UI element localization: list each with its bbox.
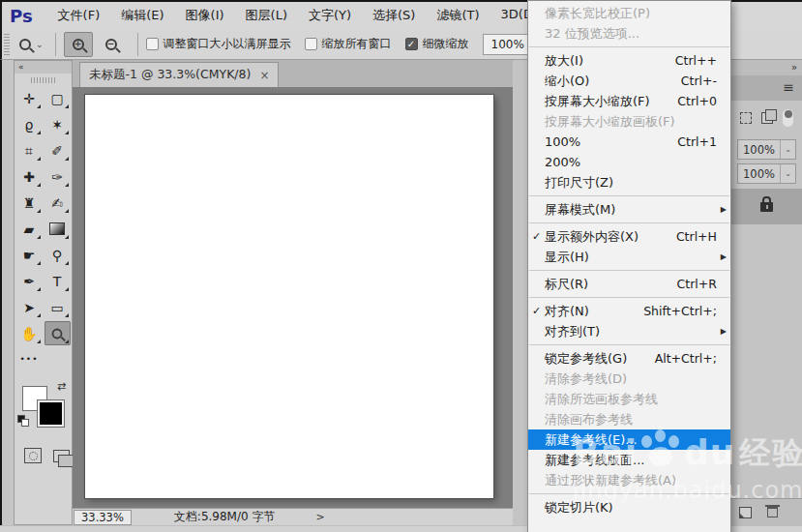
tab-close-icon[interactable]: × [259,69,269,82]
type-tool[interactable]: T [45,269,71,293]
new-layer-icon[interactable] [739,507,752,518]
crop-tool[interactable]: ⌗ [16,138,43,163]
zoom-all-windows-checkbox[interactable]: 缩放所有窗口 [305,36,392,52]
options-bar-grip[interactable] [4,34,10,55]
menubar-item-filter[interactable]: 滤镜(T) [427,3,489,28]
menu-item-screen-mode[interactable]: 屏幕模式(M) ▶ [528,199,730,220]
history-brush-tool[interactable]: ✍ [45,191,71,215]
smudge-tool[interactable]: ☛ [16,243,43,267]
panel-menu-icon[interactable]: ≡ [731,75,802,101]
layers-panel-bottom-bar [731,498,802,525]
menu-item-lock-guides[interactable]: 锁定参考线(G) Alt+Ctrl+; [528,348,730,369]
brush-tool[interactable]: ✑ [45,164,71,189]
checkmark-icon: ✓ [528,306,545,316]
menubar-item-file[interactable]: 文件(F) [48,3,110,28]
path-selection-tool[interactable]: ➤ [16,295,43,319]
quick-mask-button[interactable] [24,448,42,463]
tools-panel-collapse[interactable]: « [15,61,72,74]
menu-item-lock-slices[interactable]: 锁定切片(K) [528,497,730,517]
menu-separator [529,344,729,345]
document-tab[interactable]: 未标题-1 @ 33.3%(CMYK/8) × [79,62,279,87]
more-tools[interactable]: ••• [16,347,43,371]
trash-icon[interactable] [767,507,778,517]
lasso-tool[interactable]: ϱ [16,112,43,136]
menubar-item-image[interactable]: 图像(I) [176,3,234,28]
dodge-tool-icon: ⚲ [52,249,62,262]
menu-item-new-guides-from-shape[interactable]: 通过形状新建参考线(A) [528,470,730,490]
menu-item-zoom-100[interactable]: 100% Ctrl+1 [528,132,730,152]
shape-tool[interactable]: ▭ [45,295,71,319]
chevron-down-icon[interactable]: ⌄ [780,140,795,159]
dock-collapse-icon[interactable]: » [731,60,802,75]
toggle-knob-icon[interactable] [783,109,793,127]
menu-item-snap[interactable]: ✓ 对齐(N) Shift+Ctrl+; [528,301,730,321]
screen-mode-button[interactable] [53,450,70,462]
menu-item-new-guide-layout[interactable]: 新建参考线版面... [528,450,730,470]
menu-item-clear-guides[interactable]: 清除参考线(D) [528,369,730,389]
menu-item-pixel-aspect-ratio-correction[interactable]: 像素长宽比校正(P) [528,3,730,23]
menu-item-zoom-out[interactable]: 缩小(O) Ctrl+- [528,71,730,91]
menu-item-show[interactable]: 显示(H) ▶ [528,247,730,267]
menubar-item-layer[interactable]: 图层(L) [236,3,297,28]
dodge-tool[interactable]: ⚲ [45,243,71,267]
menubar-item-type[interactable]: 文字(Y) [299,3,361,28]
menu-separator [529,493,729,494]
status-bar: 33.33% 文档:5.98M/0 字节 > [73,508,513,525]
checkbox-icon[interactable] [405,38,418,50]
default-colors-icon[interactable] [17,415,29,427]
menu-item-snap-to[interactable]: 对齐到(T) ▶ [528,321,730,341]
status-zoom-field[interactable]: 33.33% [74,510,132,525]
zoom-tool[interactable] [45,321,71,345]
menu-item-fit-on-screen[interactable]: 按屏幕大小缩放(F) Ctrl+0 [528,91,730,111]
hand-tool[interactable]: ✋ [16,321,43,345]
zoom-tool-preset[interactable]: ⌄ [15,39,47,50]
menubar-item-edit[interactable]: 编辑(E) [111,3,173,28]
zoom-out-button[interactable]: − [97,32,126,57]
gradient-tool[interactable] [45,217,71,241]
document-tab-title: 未标题-1 @ 33.3%(CMYK/8) [89,67,251,83]
resize-windows-to-fit-checkbox[interactable]: 调整窗口大小以满屏显示 [146,36,291,52]
status-chevron-icon[interactable]: > [315,511,324,523]
menu-shortcut: Ctrl+1 [677,134,730,149]
canvas[interactable] [85,95,493,498]
menu-item-clear-selected-artboard-guides[interactable]: 清除所选画板参考线 [528,389,730,409]
move-tool[interactable]: ✛ [16,86,43,110]
menubar-item-select[interactable]: 选择(S) [363,3,425,28]
pen-tool[interactable]: ✒ [16,269,43,293]
zoom-in-button[interactable]: + [64,32,93,57]
menu-shortcut: Ctrl+0 [677,94,730,108]
tools-panel-grip[interactable] [31,77,56,83]
eraser-tool[interactable]: ▰ [16,217,43,241]
clone-stamp-tool[interactable]: ♜ [16,191,43,215]
menu-item-new-guide[interactable]: 新建参考线(E)... [528,429,730,450]
menu-item-zoom-200[interactable]: 200% [528,152,730,172]
zoom-percent-field[interactable]: 100% [483,34,533,55]
photoshop-logo: Ps [10,6,33,26]
menu-item-32bit-preview-options[interactable]: 32 位预览选项... [528,23,730,44]
swap-colors-icon[interactable]: ⇄ [57,380,66,393]
menu-item-show-extras[interactable]: ✓ 显示额外内容(X) Ctrl+H [528,226,730,247]
lock-transparent-icon[interactable] [740,112,752,124]
background-layer-row[interactable] [731,189,802,224]
submenu-arrow-icon: ▶ [721,252,727,261]
menu-item-rulers[interactable]: 标尺(R) Ctrl+R [528,274,730,294]
fill-field[interactable]: 100% ⌄ [737,163,796,184]
menu-item-clear-canvas-guides[interactable]: 清除画布参考线 [528,409,730,429]
lock-layer-icon[interactable] [761,112,773,124]
menu-shortcut: Ctrl+H [676,229,730,244]
menu-item-fit-artboard-on-screen[interactable]: 按屏幕大小缩放画板(F) [528,111,730,132]
background-color-swatch[interactable] [38,400,64,427]
checkbox-icon[interactable] [305,38,317,50]
eyedropper-tool[interactable]: ✐ [45,138,71,163]
chevron-down-icon[interactable]: ⌄ [780,164,795,183]
opacity-field[interactable]: 100% ⌄ [737,139,796,160]
menu-item-print-size[interactable]: 打印尺寸(Z) [528,172,730,192]
healing-brush-tool[interactable]: ✚ [16,164,43,189]
quick-selection-tool[interactable]: ✶ [45,112,71,136]
scrubby-zoom-checkbox[interactable]: 细微缩放 [405,36,469,52]
checkbox-icon[interactable] [146,38,159,50]
menu-item-zoom-in[interactable]: 放大(I) Ctrl++ [528,50,730,71]
layers-lock-icons-row [731,101,802,135]
brush-tool-icon: ✑ [51,170,63,184]
marquee-tool[interactable]: ▢ [45,86,71,110]
